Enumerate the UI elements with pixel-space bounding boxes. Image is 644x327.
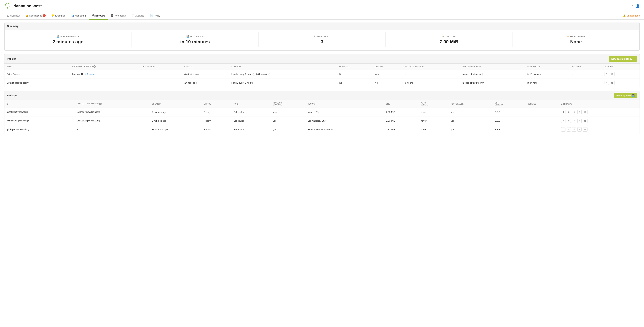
summary-value-total-count: 3 [262,39,382,44]
summary-label-last-safe-backup: 💾 LAST SAFE BACKUP [8,35,128,38]
nav-item-audit-log[interactable]: 📋 Audit log [128,12,147,20]
backup-copy-button-0[interactable]: ⧉ [567,110,571,114]
nav-label-policy: Policy [154,14,160,17]
backup-in-cloud-0: yes [271,108,306,116]
help-button[interactable]: ? [631,4,633,8]
summary-cards: 💾 LAST SAFE BACKUP 2 minutes ago 💾 NEXT … [4,29,640,50]
policy-is-paused-0: No [337,70,373,78]
summary-value-last-safe-backup: 2 minutes ago [8,39,128,44]
policy-actions-0: ✎ 🗑 [602,70,640,78]
th-backup-status: STATUS [202,100,231,108]
refresh-icon[interactable]: ↻ [570,102,572,105]
th-db-version: DBVERSION [493,100,526,108]
nav-item-policy[interactable]: 📄 Policy [147,12,163,20]
nav: ⊞ Overview 🔔 Notifications 1 💡 Examples … [0,12,644,20]
th-description: DESCRIPTION [140,63,182,70]
additional-regions-info-icon[interactable]: i [93,65,96,68]
backup-copy-button-2[interactable]: ⧉ [567,127,571,132]
backups-icon: 💾 [92,14,94,17]
policy-deleted-0: - [570,70,602,78]
th-backup-size: SIZE [384,100,418,108]
backup-copy-button-1[interactable]: ⧉ [567,119,571,123]
policy-actions-1: ✎ 🗑 [602,78,640,87]
policies-table-row: Extra Backup London, UK + 1 more 4 minut… [4,70,640,78]
nav-item-overview[interactable]: ⊞ Overview [4,12,22,20]
backup-deleted-1: - [526,116,559,125]
back-up-now-button[interactable]: Back up now 💾 [614,93,637,98]
policy-edit-button-0[interactable]: ✎ [604,72,609,76]
backups-section: Backups Back up now 💾 ID COPIED FROM BAC… [4,91,640,134]
th-backup-type: TYPE [231,100,271,108]
th-backup-region: REGION [306,100,384,108]
backup-id-1: 8wbhag7okqvylabjnagm [4,116,75,125]
backup-download-button-0[interactable]: ⬇ [572,110,576,114]
backups-table-header-row: ID COPIED FROM BACKUP i CREATED STATUS T… [4,100,640,108]
policy-delete-button-0[interactable]: 🗑 [610,72,614,76]
th-backup-actions: ACTIONS ↻ [559,100,640,108]
backup-region-2: Eemshaven, Netherlands [306,125,384,134]
policy-additional-regions-1: - [70,78,140,87]
policies-header: Policies New backup policy + [4,54,640,63]
nav-item-backups[interactable]: 💾 Backups [89,12,108,20]
backup-db-version-0: 3.8.8 [493,108,526,116]
summary-card-recent-error: ⚠ RECENT ERROR None [512,32,640,47]
danger-zone-label: Danger zone [626,14,640,17]
nav-item-notifications[interactable]: 🔔 Notifications 1 [22,12,48,20]
policy-name-1: Default backup policy [4,78,70,87]
backup-status-2: Ready [202,125,231,134]
summary-card-total-count: # TOTAL COUNT 3 [258,32,386,47]
policy-description-1 [140,78,182,87]
total-size-icon: ● [442,35,444,38]
backup-download-button-1[interactable]: ⬇ [572,119,576,123]
danger-zone[interactable]: ⚠️ Danger zone [623,14,640,17]
backups-header: Backups Back up now 💾 [4,91,640,100]
th-copied-from-backup: COPIED FROM BACKUP i [75,100,150,108]
backup-delete-button-0[interactable]: 🗑 [583,110,588,114]
policy-schedule-0: Hourly every 1 hour(s) at 44 minute(s) [229,70,337,78]
header-icons: ? 👤 [631,4,640,8]
backup-download-button-2[interactable]: ⬇ [572,127,576,132]
user-button[interactable]: 👤 [636,4,640,8]
th-backup-deleted: DELETED [526,100,559,108]
backup-auto-delete-1: never [419,116,449,125]
summary-value-recent-error: None [516,39,636,44]
backup-restore-button-1[interactable]: ↺ [561,119,566,123]
backup-actions-2: ↺ ⧉ ⬇ ✎ 🗑 [559,125,640,134]
main-content: Summary 💾 LAST SAFE BACKUP 2 minutes ago… [0,20,644,140]
summary-section: Summary 💾 LAST SAFE BACKUP 2 minutes ago… [4,22,640,51]
policy-additional-regions-0: London, UK + 1 more [70,70,140,78]
backup-restorable-0: yes [449,108,493,116]
backup-created-0: 2 minutes ago [150,108,202,116]
backup-edit-button-2[interactable]: ✎ [577,127,582,132]
backup-copied-from-0: 8wbhag7okqvylabjnagm [75,108,150,116]
policy-edit-button-1[interactable]: ✎ [604,81,609,85]
backup-edit-button-1[interactable]: ✎ [577,119,582,123]
backup-delete-button-2[interactable]: 🗑 [583,127,588,132]
backup-restore-button-0[interactable]: ↺ [561,110,566,114]
th-next-backup: NEXT BACKUP [525,63,570,70]
nav-item-notebooks[interactable]: 📓 Notebooks [108,12,128,20]
additional-regions-extra-0[interactable]: + 1 more [85,73,94,75]
backup-copied-from-2: - [75,125,150,134]
backup-delete-button-1[interactable]: 🗑 [583,119,588,123]
th-actions: ACTIONS [602,63,640,70]
backup-edit-button-0[interactable]: ✎ [577,110,582,114]
policy-retention-period-1: 6 hours [403,78,460,87]
copied-from-info-icon[interactable]: i [99,103,102,105]
policies-table-row: Default backup policy - an hour ago Hour… [4,78,640,87]
policies-table: NAME ADDITIONAL REGIONS i DESCRIPTION CR… [4,63,640,87]
nav-label-examples: Examples [55,14,66,17]
th-backup-created: CREATED [150,100,202,108]
th-schedule: SCHEDULE [229,63,337,70]
backup-restore-button-2[interactable]: ↺ [561,127,566,132]
policy-delete-button-1[interactable]: 🗑 [610,81,614,85]
policies-table-container: NAME ADDITIONAL REGIONS i DESCRIPTION CR… [4,63,640,87]
th-upload: UPLOAD [373,63,403,70]
new-backup-policy-button[interactable]: New backup policy + [609,56,637,62]
nav-item-examples[interactable]: 💡 Examples [48,12,68,20]
nav-item-monitoring[interactable]: 📊 Monitoring [68,12,89,20]
policies-tbody: Extra Backup London, UK + 1 more 4 minut… [4,70,640,87]
backups-table-row: qdhkxpocojwdec8v9zbg - 34 minutes ago Re… [4,125,640,134]
backup-type-1: Scheduled [231,116,271,125]
backup-deleted-2: - [526,125,559,134]
